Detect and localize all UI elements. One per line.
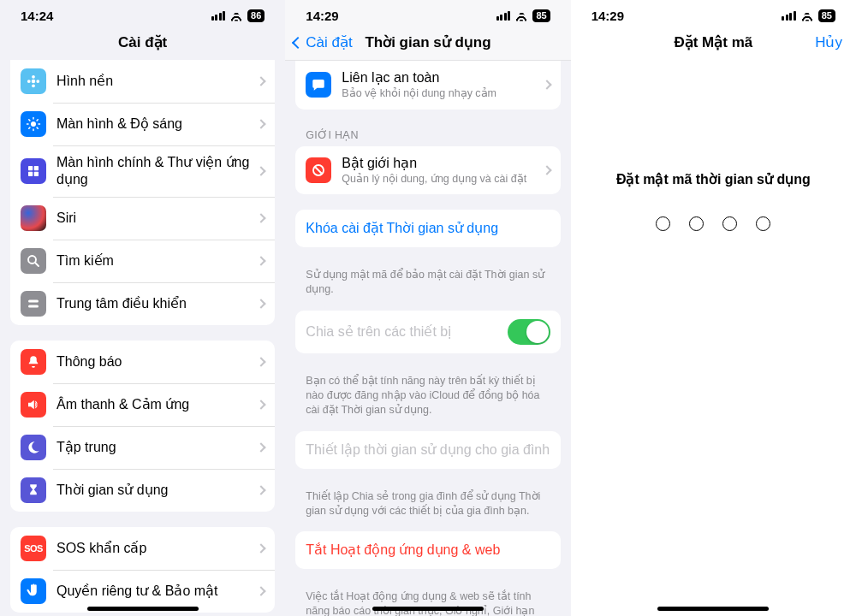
svg-rect-16: [28, 172, 33, 176]
row-lock-settings[interactable]: Khóa cài đặt Thời gian sử dụng: [295, 210, 560, 247]
settings-screen: 14:24 86 Cài đặt Hình nền Màn hình & Độ …: [0, 0, 285, 616]
row-comm-safety[interactable]: Liên lạc an toànBảo vệ khỏi nội dung nhạ…: [295, 61, 560, 110]
family-note: Thiết lập Chia sẻ trong gia đình để sử d…: [285, 484, 570, 518]
cellular-icon: [496, 11, 511, 21]
svg-rect-17: [34, 172, 39, 176]
svg-point-2: [32, 84, 35, 87]
home-indicator[interactable]: [657, 607, 769, 611]
chevron-back-icon: [292, 36, 304, 48]
group-privacy: SOSSOS khẩn cấp Quyền riêng tư & Bảo mật: [10, 527, 275, 613]
cancel-button[interactable]: Hủy: [815, 33, 842, 51]
row-notifications[interactable]: Thông báo: [10, 341, 275, 383]
wifi-icon: [514, 11, 528, 21]
flower-icon: [21, 68, 46, 94]
passcode-dots: [656, 216, 770, 231]
content[interactable]: Hình nền Màn hình & Độ sáng Màn hình chí…: [0, 60, 285, 616]
row-siri[interactable]: Siri: [10, 197, 275, 240]
chevron-right-icon: [257, 543, 266, 553]
row-control-center[interactable]: Trung tâm điều khiển: [10, 282, 275, 325]
group-turnoff: Tắt Hoạt động ứng dụng & web: [295, 531, 560, 569]
cellular-icon: [782, 11, 796, 21]
row-title: Bật giới hạn: [342, 155, 536, 172]
svg-point-3: [27, 80, 31, 83]
row-enable-limits[interactable]: Bật giới hạnQuản lý nội dung, ứng dụng v…: [295, 146, 560, 195]
group-notifications: Thông báo Âm thanh & Cảm ứng Tập trung T…: [10, 341, 275, 512]
row-wallpaper[interactable]: Hình nền: [10, 60, 275, 103]
status-bar: 14:29 85: [285, 0, 570, 27]
clock: 14:29: [591, 9, 624, 23]
section-header-limits: GIỚI HẠN: [285, 125, 570, 146]
chevron-right-icon: [257, 166, 266, 175]
svg-rect-15: [34, 166, 39, 170]
back-button[interactable]: Cài đặt: [294, 33, 352, 51]
page-title: Thời gian sử dụng: [365, 33, 490, 51]
hourglass-icon: [21, 477, 46, 503]
speaker-icon: [21, 392, 46, 418]
battery-icon: 85: [532, 9, 550, 22]
hand-icon: [21, 578, 46, 604]
screentime-screen: 14:29 85 Cài đặt Thời gian sử dụng Liên …: [285, 0, 570, 616]
svg-point-0: [32, 80, 36, 84]
sos-icon: SOS: [21, 536, 46, 561]
status-bar: 14:24 86: [0, 0, 285, 27]
row-brightness[interactable]: Màn hình & Độ sáng: [10, 103, 275, 145]
passcode-dot: [756, 216, 770, 231]
svg-line-11: [37, 127, 38, 128]
chevron-right-icon: [257, 76, 266, 86]
svg-line-13: [37, 120, 38, 121]
bell-icon: [21, 349, 46, 375]
row-focus[interactable]: Tập trung: [10, 426, 275, 469]
row-subtitle: Bảo vệ khỏi nội dung nhạy cảm: [342, 87, 536, 101]
svg-point-1: [32, 75, 35, 79]
row-screentime[interactable]: Thời gian sử dụng: [10, 469, 275, 512]
chevron-right-icon: [257, 586, 266, 595]
svg-line-23: [316, 167, 323, 174]
chevron-right-icon: [257, 256, 266, 265]
group-comm-safety: Liên lạc an toànBảo vệ khỏi nội dung nhạ…: [295, 61, 560, 110]
page-title: Cài đặt: [118, 33, 167, 51]
svg-rect-20: [28, 300, 39, 303]
row-family-setup[interactable]: Thiết lập thời gian sử dụng cho gia đình: [295, 431, 560, 469]
row-sounds[interactable]: Âm thanh & Cảm ứng: [10, 383, 275, 426]
siri-icon: [21, 205, 46, 231]
svg-rect-21: [28, 305, 39, 308]
chevron-right-icon: [257, 442, 266, 452]
passcode-prompt: Đặt mật mã thời gian sử dụng: [616, 171, 811, 187]
chevron-right-icon: [257, 485, 266, 495]
no-entry-icon: [306, 157, 331, 183]
passcode-content: Đặt mật mã thời gian sử dụng: [571, 60, 856, 616]
row-title: Liên lạc an toàn: [342, 69, 536, 86]
chevron-right-icon: [257, 299, 266, 308]
nav-bar: Đặt Mật mã Hủy: [571, 27, 856, 60]
share-note: Bạn có thể bật tính năng này trên bất kỳ…: [285, 369, 570, 418]
group-lock: Khóa cài đặt Thời gian sử dụng: [295, 210, 560, 247]
chevron-right-icon: [257, 357, 266, 366]
wifi-icon: [800, 11, 814, 21]
message-warning-icon: [306, 72, 331, 98]
home-indicator[interactable]: [87, 607, 199, 611]
passcode-dot: [722, 216, 737, 231]
grid-icon: [21, 158, 46, 184]
group-family: Thiết lập thời gian sử dụng cho gia đình: [295, 431, 560, 469]
group-display: Hình nền Màn hình & Độ sáng Màn hình chí…: [10, 60, 275, 325]
row-sos[interactable]: SOSSOS khẩn cấp: [10, 527, 275, 570]
row-subtitle: Quản lý nội dung, ứng dụng và cài đặt: [342, 173, 536, 187]
row-turn-off-activity[interactable]: Tắt Hoạt động ứng dụng & web: [295, 531, 560, 569]
clock: 14:29: [306, 9, 338, 23]
share-toggle[interactable]: [508, 319, 550, 345]
search-icon: [21, 248, 46, 274]
chevron-right-icon: [542, 165, 551, 175]
row-share-devices[interactable]: Chia sẻ trên các thiết bị: [295, 311, 560, 353]
row-search[interactable]: Tìm kiếm: [10, 240, 275, 282]
home-indicator[interactable]: [372, 607, 484, 611]
chevron-right-icon: [257, 213, 266, 222]
content[interactable]: Liên lạc an toànBảo vệ khỏi nội dung nhạ…: [285, 61, 570, 616]
battery-icon: 85: [818, 9, 835, 22]
group-limits: Bật giới hạnQuản lý nội dung, ứng dụng v…: [295, 146, 560, 195]
row-homescreen[interactable]: Màn hình chính & Thư viện ứng dụng: [10, 145, 275, 197]
svg-point-5: [31, 121, 36, 127]
svg-line-12: [29, 127, 30, 128]
lock-note: Sử dụng mật mã để bảo mật cài đặt Thời g…: [285, 263, 570, 297]
nav-bar: Cài đặt: [0, 27, 285, 60]
passcode-screen: 14:29 85 Đặt Mật mã Hủy Đặt mật mã thời …: [571, 0, 856, 616]
